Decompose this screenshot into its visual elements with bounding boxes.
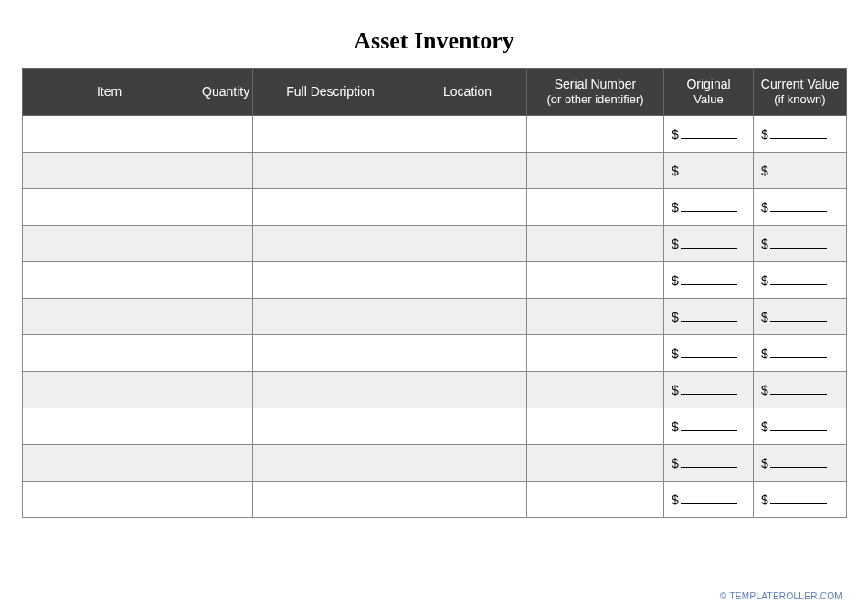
cell-quantity[interactable] <box>196 445 253 482</box>
value-fill-line <box>681 163 737 175</box>
cell-current-value[interactable]: $ <box>754 408 847 445</box>
cell-quantity[interactable] <box>196 408 253 445</box>
cell-current-value[interactable]: $ <box>754 445 847 482</box>
cell-item[interactable] <box>23 262 196 299</box>
cell-item[interactable] <box>23 408 196 445</box>
cell-original-value[interactable]: $ <box>664 299 754 335</box>
cell-original-value[interactable]: $ <box>664 116 754 153</box>
cell-serial[interactable] <box>527 372 664 408</box>
cell-item[interactable] <box>23 226 196 262</box>
cell-location[interactable] <box>408 335 527 372</box>
cell-description[interactable] <box>253 372 408 408</box>
cell-quantity[interactable] <box>196 372 253 408</box>
value-fill-line <box>770 163 827 175</box>
cell-description[interactable] <box>253 153 408 189</box>
cell-location[interactable] <box>408 445 527 482</box>
cell-serial[interactable] <box>527 408 664 445</box>
cell-serial[interactable] <box>527 299 664 335</box>
currency-symbol: $ <box>761 346 768 361</box>
cell-location[interactable] <box>408 153 527 189</box>
table-body: $$$$$$$$$$$$$$$$$$$$$$ <box>23 116 847 518</box>
cell-quantity[interactable] <box>196 153 253 189</box>
currency-symbol: $ <box>672 456 679 471</box>
table-row: $$ <box>23 262 847 299</box>
cell-description[interactable] <box>253 482 408 518</box>
footer-site: TEMPLATEROLLER.COM <box>729 591 842 601</box>
cell-current-value[interactable]: $ <box>754 226 847 262</box>
cell-current-value[interactable]: $ <box>754 262 847 299</box>
cell-serial[interactable] <box>527 262 664 299</box>
cell-item[interactable] <box>23 299 196 335</box>
value-fill-line <box>681 126 737 139</box>
cell-current-value[interactable]: $ <box>754 335 847 372</box>
cell-original-value[interactable]: $ <box>664 482 754 518</box>
cell-quantity[interactable] <box>196 189 253 226</box>
cell-location[interactable] <box>408 189 527 226</box>
currency-symbol: $ <box>672 346 679 361</box>
cell-serial[interactable] <box>527 153 664 189</box>
cell-serial[interactable] <box>527 335 664 372</box>
cell-original-value[interactable]: $ <box>664 226 754 262</box>
cell-current-value[interactable]: $ <box>754 372 847 408</box>
cell-serial[interactable] <box>527 116 664 153</box>
cell-current-value[interactable]: $ <box>754 482 847 518</box>
cell-current-value[interactable]: $ <box>754 116 847 153</box>
cell-original-value[interactable]: $ <box>664 372 754 408</box>
cell-current-value[interactable]: $ <box>754 189 847 226</box>
cell-current-value[interactable]: $ <box>754 153 847 189</box>
cell-location[interactable] <box>408 226 527 262</box>
cell-location[interactable] <box>408 482 527 518</box>
currency-symbol: $ <box>761 383 768 397</box>
cell-quantity[interactable] <box>196 262 253 299</box>
cell-quantity[interactable] <box>196 226 253 262</box>
cell-item[interactable] <box>23 153 196 189</box>
cell-description[interactable] <box>253 189 408 226</box>
cell-serial[interactable] <box>527 445 664 482</box>
cell-description[interactable] <box>253 226 408 262</box>
cell-original-value[interactable]: $ <box>664 189 754 226</box>
cell-original-value[interactable]: $ <box>664 408 754 445</box>
cell-description[interactable] <box>253 116 408 153</box>
currency-symbol: $ <box>672 127 679 142</box>
cell-item[interactable] <box>23 445 196 482</box>
col-header-current-main: Current Value <box>761 77 839 91</box>
cell-quantity[interactable] <box>196 299 253 335</box>
table-row: $$ <box>23 299 847 335</box>
cell-description[interactable] <box>253 299 408 335</box>
cell-description[interactable] <box>253 445 408 482</box>
col-header-original-sub: Value <box>670 92 747 108</box>
cell-description[interactable] <box>253 262 408 299</box>
cell-original-value[interactable]: $ <box>664 262 754 299</box>
cell-original-value[interactable]: $ <box>664 445 754 482</box>
cell-location[interactable] <box>408 262 527 299</box>
cell-description[interactable] <box>253 408 408 445</box>
value-fill-line <box>681 345 737 358</box>
currency-symbol: $ <box>672 492 679 507</box>
cell-original-value[interactable]: $ <box>664 153 754 189</box>
cell-quantity[interactable] <box>196 116 253 153</box>
currency-symbol: $ <box>672 273 679 288</box>
cell-quantity[interactable] <box>196 335 253 372</box>
cell-item[interactable] <box>23 335 196 372</box>
table-row: $$ <box>23 445 847 482</box>
table-row: $$ <box>23 226 847 262</box>
cell-item[interactable] <box>23 116 196 153</box>
cell-description[interactable] <box>253 335 408 372</box>
cell-location[interactable] <box>408 372 527 408</box>
table-row: $$ <box>23 189 847 226</box>
cell-item[interactable] <box>23 372 196 408</box>
cell-serial[interactable] <box>527 226 664 262</box>
cell-current-value[interactable]: $ <box>754 299 847 335</box>
cell-serial[interactable] <box>527 189 664 226</box>
cell-serial[interactable] <box>527 482 664 518</box>
cell-quantity[interactable] <box>196 482 253 518</box>
col-header-serial-main: Serial Number <box>555 77 636 91</box>
value-fill-line <box>770 272 827 285</box>
cell-item[interactable] <box>23 482 196 518</box>
cell-item[interactable] <box>23 189 196 226</box>
currency-symbol: $ <box>761 419 768 434</box>
cell-location[interactable] <box>408 116 527 153</box>
cell-original-value[interactable]: $ <box>664 335 754 372</box>
cell-location[interactable] <box>408 408 527 445</box>
cell-location[interactable] <box>408 299 527 335</box>
